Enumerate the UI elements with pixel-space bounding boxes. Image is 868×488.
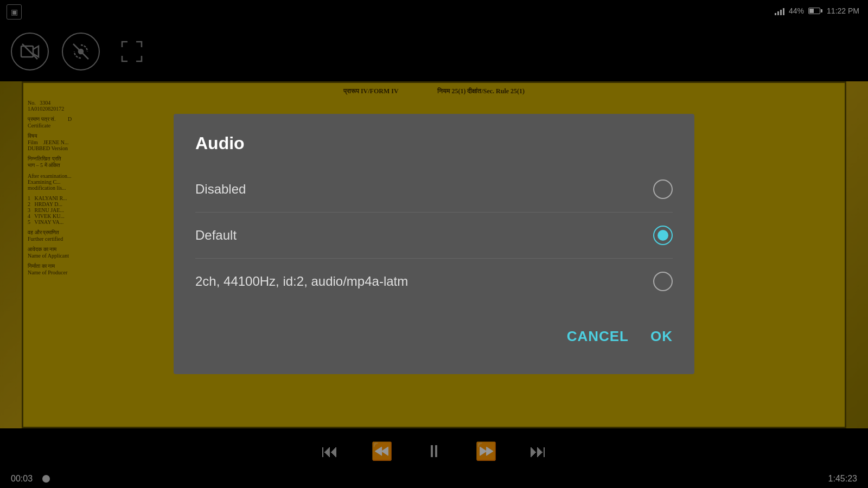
audio-option-disabled[interactable]: Disabled [195, 166, 673, 212]
modal-overlay: Audio Disabled Default 2ch, 44100Hz, id:… [0, 0, 868, 488]
option-track-radio[interactable] [653, 272, 673, 291]
audio-option-default[interactable]: Default [195, 213, 673, 258]
dialog-buttons: CANCEL OK [195, 324, 673, 345]
option-track-label: 2ch, 44100Hz, id:2, audio/mp4a-latm [195, 274, 408, 289]
audio-dialog: Audio Disabled Default 2ch, 44100Hz, id:… [174, 114, 694, 374]
option-disabled-label: Disabled [195, 182, 246, 197]
ok-button[interactable]: OK [650, 328, 673, 345]
option-disabled-radio[interactable] [653, 179, 673, 199]
audio-option-track[interactable]: 2ch, 44100Hz, id:2, audio/mp4a-latm [195, 259, 673, 304]
cancel-button[interactable]: CANCEL [567, 328, 629, 345]
dialog-title: Audio [195, 133, 673, 153]
option-default-label: Default [195, 228, 237, 243]
option-default-radio[interactable] [653, 226, 673, 245]
